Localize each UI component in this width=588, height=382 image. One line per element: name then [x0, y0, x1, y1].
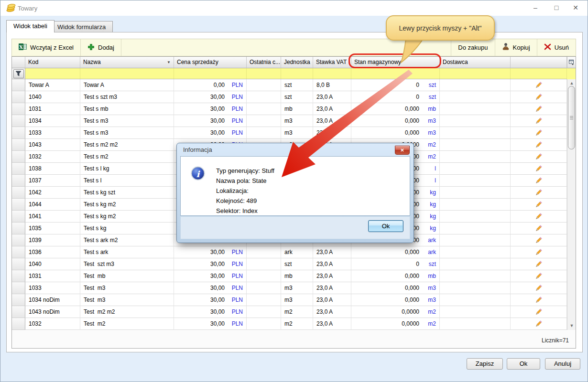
tab-widok-formularza[interactable]: Widok formularza: [50, 21, 113, 32]
row-selector[interactable]: [12, 318, 25, 330]
cell-dostawca[interactable]: [440, 318, 511, 330]
table-row[interactable]: 1040 Test szt m3 30,00PLN szt 23,0 A 0sz…: [12, 258, 576, 270]
cell-nazwa[interactable]: Test s ark m2: [80, 234, 174, 246]
cell-nazwa[interactable]: Test m2 m2: [80, 306, 174, 318]
edit-pencil-button[interactable]: [511, 127, 567, 139]
cell-stan[interactable]: 0,0000m2: [351, 318, 440, 330]
cell-ostatnia[interactable]: [247, 246, 281, 258]
table-row[interactable]: 1040 Test s szt m3 30,00PLN szt 23,0 A 0…: [12, 91, 576, 103]
row-selector[interactable]: [12, 211, 25, 223]
cell-kod[interactable]: 1032: [25, 151, 80, 163]
row-selector[interactable]: [12, 175, 25, 187]
cell-ostatnia[interactable]: [247, 258, 281, 270]
cell-cena[interactable]: 30,00PLN: [174, 294, 247, 306]
cell-nazwa[interactable]: Test s ark: [80, 246, 174, 258]
table-row[interactable]: 1033 Test m3 30,00PLN m3 23,0 A 0,000m3: [12, 282, 576, 294]
cell-vat[interactable]: 23,0 A: [313, 115, 351, 127]
cell-ostatnia[interactable]: [247, 91, 281, 103]
edit-pencil-button[interactable]: [511, 115, 567, 127]
cell-dostawca[interactable]: [440, 163, 511, 175]
row-selector[interactable]: [12, 223, 25, 234]
scrollbar-thumb[interactable]: [568, 86, 575, 149]
cell-kod[interactable]: 1034 noDim: [25, 294, 80, 306]
cell-ostatnia[interactable]: [247, 115, 281, 127]
cell-cena[interactable]: 30,00PLN: [174, 282, 247, 294]
cell-kod[interactable]: 1040: [25, 258, 80, 270]
cell-vat[interactable]: 23,0 A: [313, 127, 351, 139]
cell-kod[interactable]: 1044: [25, 199, 80, 211]
cell-nazwa[interactable]: Test s szt m3: [80, 91, 174, 103]
row-selector[interactable]: [12, 294, 25, 306]
table-row[interactable]: 1032 Test m2 30,00PLN m2 23,0 A 0,0000m2: [12, 318, 576, 330]
row-selector[interactable]: [12, 258, 25, 270]
cell-cena[interactable]: 0,00PLN: [174, 79, 247, 91]
filter-cell-vat[interactable]: [313, 68, 351, 79]
cell-kod[interactable]: 1040: [25, 91, 80, 103]
cell-dostawca[interactable]: [440, 211, 511, 223]
filter-cell-nazwa[interactable]: [80, 68, 174, 79]
row-selector[interactable]: [12, 139, 25, 151]
cell-vat[interactable]: 23,0 A: [313, 270, 351, 282]
cell-ostatnia[interactable]: [247, 103, 281, 115]
cell-stan[interactable]: 0szt: [351, 91, 440, 103]
maximize-button[interactable]: □: [546, 0, 566, 15]
cell-nazwa[interactable]: Test s kg: [80, 223, 174, 234]
column-header-nazwa[interactable]: Nazwa ▼: [80, 57, 174, 68]
cell-cena[interactable]: 30,00PLN: [174, 258, 247, 270]
cell-nazwa[interactable]: Test s m2 m2: [80, 139, 174, 151]
cell-dostawca[interactable]: [440, 282, 511, 294]
cell-ostatnia[interactable]: [247, 282, 281, 294]
cell-ostatnia[interactable]: [247, 306, 281, 318]
cell-kod[interactable]: 1037: [25, 175, 80, 187]
cell-vat[interactable]: 23,0 A: [313, 91, 351, 103]
cell-nazwa[interactable]: Towar A: [80, 79, 174, 91]
cell-jednostka[interactable]: m2: [281, 306, 313, 318]
edit-pencil-button[interactable]: [511, 282, 567, 294]
cell-jednostka[interactable]: m3: [281, 115, 313, 127]
cell-jednostka[interactable]: szt: [281, 91, 313, 103]
cell-kod[interactable]: 1031: [25, 103, 80, 115]
filter-cell-ostatnia[interactable]: [247, 68, 281, 79]
filter-cell-stan[interactable]: [351, 68, 440, 79]
cell-stan[interactable]: 0,000mb: [351, 270, 440, 282]
cell-dostawca[interactable]: [440, 246, 511, 258]
cell-dostawca[interactable]: [440, 294, 511, 306]
filter-cell-kod[interactable]: [25, 68, 80, 79]
column-header-dostawca[interactable]: Dostawca: [440, 57, 511, 68]
delete-button[interactable]: Usuń: [537, 39, 576, 56]
row-selector[interactable]: [12, 282, 25, 294]
cell-dostawca[interactable]: [440, 234, 511, 246]
filter-funnel-icon[interactable]: [13, 69, 24, 78]
column-header-ostatnia[interactable]: Ostatnia c...: [247, 57, 281, 68]
cell-nazwa[interactable]: Test s m2: [80, 151, 174, 163]
cell-jednostka[interactable]: szt: [281, 258, 313, 270]
cell-vat[interactable]: 23,0 A: [313, 306, 351, 318]
cell-jednostka[interactable]: m2: [281, 318, 313, 330]
cell-stan[interactable]: 0,0000m2: [351, 306, 440, 318]
table-row[interactable]: 1031 Test mb 30,00PLN mb 23,0 A 0,000mb: [12, 270, 576, 282]
scroll-down-icon[interactable]: ▼: [567, 322, 576, 330]
row-selector[interactable]: [12, 151, 25, 163]
edit-pencil-button[interactable]: [511, 318, 567, 330]
cell-stan[interactable]: 0,000m3: [351, 294, 440, 306]
cell-vat[interactable]: 23,0 A: [313, 246, 351, 258]
row-selector[interactable]: [12, 79, 25, 91]
cell-stan[interactable]: 0,000m3: [351, 127, 440, 139]
edit-pencil-button[interactable]: [511, 270, 567, 282]
to-purchase-button[interactable]: Do zakupu: [451, 39, 494, 56]
cell-vat[interactable]: 23,0 A: [313, 258, 351, 270]
tab-widok-tabeli[interactable]: Widok tabeli: [6, 20, 54, 32]
cell-nazwa[interactable]: Test s m3: [80, 115, 174, 127]
cell-jednostka[interactable]: ark: [281, 246, 313, 258]
cell-kod[interactable]: 1034: [25, 115, 80, 127]
cell-stan[interactable]: 0,000m3: [351, 115, 440, 127]
cell-stan[interactable]: 0szt: [351, 258, 440, 270]
cell-kod[interactable]: Towar A: [25, 79, 80, 91]
cell-jednostka[interactable]: m3: [281, 127, 313, 139]
column-header-jednostka[interactable]: Jednostka: [281, 57, 313, 68]
edit-pencil-button[interactable]: [511, 151, 567, 163]
edit-pencil-button[interactable]: [511, 258, 567, 270]
edit-pencil-button[interactable]: [511, 175, 567, 187]
cell-cena[interactable]: 30,00PLN: [174, 306, 247, 318]
cell-nazwa[interactable]: Test mb: [80, 270, 174, 282]
